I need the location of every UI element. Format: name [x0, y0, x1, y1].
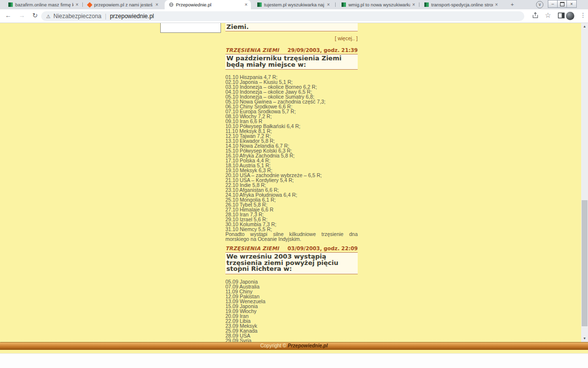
- window-minimize-button[interactable]: –: [548, 0, 558, 8]
- list-item: 05.09 Japonia: [225, 279, 358, 284]
- przepowiem-favicon-icon: [87, 2, 92, 7]
- section-datetime: 29/09/2003, godz. 21:39: [288, 47, 358, 53]
- more-link[interactable]: [ więcej.. ]: [335, 35, 358, 41]
- tab-separator: [419, 2, 419, 7]
- tujestem-favicon-icon: [257, 2, 262, 7]
- section-note: Ponadto wystąpi silne kilkudniowe trzęsi…: [225, 232, 358, 241]
- tab-przepowiem[interactable]: przepowiem.pl z nami jesteś znan ×: [83, 0, 162, 9]
- earthquake-list-october: 01.10 Hiszpania 4,7 R;02.10 Japonia – Ki…: [225, 75, 358, 232]
- tab-title: bazafirm.online masz firmę kup w: [15, 2, 74, 7]
- transport-favicon-icon: [424, 2, 429, 7]
- address-url: przepowiednie.pl: [110, 13, 154, 20]
- tab-title: wmig.pl to nowa wyszukiwarka fi: [348, 2, 410, 7]
- vertical-scrollbar[interactable]: ▲ ▼: [581, 23, 588, 342]
- globe-favicon-icon: [169, 2, 173, 7]
- taskbar: 11:20 2024-03-17: [0, 353, 588, 368]
- list-item: 22.09 Libia: [225, 318, 358, 323]
- category-label[interactable]: TRZĘSIENIA ZIEMI: [225, 47, 279, 53]
- tab-title: przepowiem.pl z nami jesteś znan: [94, 2, 153, 7]
- tab-search-chevron-icon[interactable]: ∨: [536, 1, 543, 8]
- scrollbar-thumb[interactable]: [582, 200, 588, 326]
- tab-tujestem[interactable]: tujestem.pl wyszukiwarka naj ×: [253, 0, 333, 9]
- side-panel-icon[interactable]: [558, 12, 565, 21]
- sidebar-box-partial[interactable]: [160, 23, 221, 33]
- address-bar[interactable]: ⚠ Niezabezpieczona | przepowiednie.pl: [41, 11, 524, 21]
- tab-close-icon[interactable]: ×: [412, 2, 415, 7]
- list-item: 11.09 Chiny: [225, 289, 358, 294]
- window-close-button[interactable]: ×: [566, 0, 577, 8]
- list-item: 20.09 Iran: [225, 314, 358, 318]
- address-divider: |: [105, 13, 106, 20]
- more-link-row: [ więcej.. ]: [225, 35, 358, 41]
- list-item: 12.09 Pakistan: [225, 294, 358, 299]
- maximize-icon: [560, 2, 564, 6]
- section-header: TRZĘSIENIA ZIEMI 29/09/2003, godz. 21:39: [225, 47, 358, 53]
- tab-title: tujestem.pl wyszukiwarka naj: [264, 2, 325, 7]
- tab-close-icon[interactable]: ×: [245, 2, 247, 7]
- article-column: Ziemi. [ więcej.. ] TRZĘSIENIA ZIEMI 29/…: [225, 23, 358, 343]
- tab-transport-spedycja[interactable]: transport-spedycja.online strona ×: [420, 0, 501, 9]
- earthquake-list-september: 05.09 Japonia07.09 Australia11.09 Chiny1…: [225, 279, 358, 343]
- section-header: TRZĘSIENIA ZIEMI 03/09/2003, godz. 22:09: [225, 245, 358, 251]
- copyright-text: Copyright ©: [260, 343, 286, 348]
- browser-toolbar: ← → ↻ ⚠ Niezabezpieczona | przepowiednie…: [0, 9, 588, 23]
- category-label[interactable]: TRZĘSIENIA ZIEMI: [225, 245, 279, 251]
- tab-przepowiednie-active[interactable]: Przepowiednie.pl ×: [165, 0, 251, 9]
- tab-title: Przepowiednie.pl: [176, 2, 243, 7]
- webpage-viewport: Ziemi. [ więcej.. ] TRZĘSIENIA ZIEMI 29/…: [0, 23, 581, 342]
- wmig-favicon-icon: [342, 2, 346, 7]
- tab-close-icon[interactable]: ×: [155, 2, 158, 7]
- scroll-up-icon[interactable]: ▲: [581, 23, 588, 30]
- list-item: 15.09 Japonia: [225, 304, 358, 309]
- section-heading: We wrześniu 2003 wystąpią trzęsienia zie…: [225, 252, 358, 274]
- list-item: 28.09 USA: [225, 333, 358, 338]
- list-item: 07.09 Australia: [225, 284, 358, 289]
- tab-separator: [82, 2, 83, 7]
- tab-wmig[interactable]: wmig.pl to nowa wyszukiwarka fi ×: [337, 0, 418, 9]
- tab-close-icon[interactable]: ×: [327, 2, 330, 7]
- list-item: 13.09 Wenezuela: [225, 299, 358, 304]
- footer-site-name[interactable]: Przepowiednie.pl: [288, 343, 328, 348]
- tab-close-icon[interactable]: ×: [75, 2, 78, 7]
- tab-strip: bazafirm.online masz firmę kup w × przep…: [0, 0, 588, 9]
- bookmark-star-icon[interactable]: ☆: [545, 11, 551, 19]
- list-item: 25.09 Kanada: [225, 328, 358, 333]
- window-maximize-button[interactable]: [557, 0, 567, 8]
- bazafirm-favicon-icon: [8, 2, 13, 7]
- scroll-down-icon[interactable]: ▼: [581, 335, 588, 342]
- list-item: 19.09 Włochy: [225, 309, 358, 314]
- article-section-october: TRZĘSIENIA ZIEMI 29/09/2003, godz. 21:39…: [225, 47, 358, 241]
- desktop-screen: bazafirm.online masz firmę kup w × przep…: [0, 0, 588, 368]
- new-tab-button[interactable]: +: [509, 1, 516, 8]
- not-secure-warning-icon: ⚠: [46, 14, 50, 19]
- share-icon[interactable]: [532, 12, 539, 21]
- profile-avatar[interactable]: [566, 12, 574, 20]
- forward-icon[interactable]: →: [19, 12, 25, 19]
- page-footer: Copyright © Przepowiednie.pl: [0, 342, 588, 350]
- partial-article-heading: Ziemi.: [225, 23, 358, 31]
- list-item: 23.09 Meksyk: [225, 323, 358, 328]
- tab-close-icon[interactable]: ×: [495, 2, 498, 7]
- tab-separator: [335, 2, 336, 7]
- tab-bazafirm[interactable]: bazafirm.online masz firmę kup w ×: [4, 0, 82, 9]
- reload-icon[interactable]: ↻: [32, 12, 38, 19]
- article-section-september: TRZĘSIENIA ZIEMI 03/09/2003, godz. 22:09…: [225, 245, 358, 343]
- security-label: Niezabezpieczona: [53, 13, 101, 20]
- back-icon[interactable]: ←: [5, 12, 11, 19]
- kebab-menu-icon[interactable]: ⋮: [580, 12, 586, 19]
- section-datetime: 03/09/2003, godz. 22:09: [288, 245, 358, 251]
- footer-strip: [0, 350, 588, 353]
- tab-title: transport-spedycja.online strona: [431, 2, 493, 7]
- section-heading: W październiku trzęsienia Ziemi będą mia…: [225, 54, 358, 70]
